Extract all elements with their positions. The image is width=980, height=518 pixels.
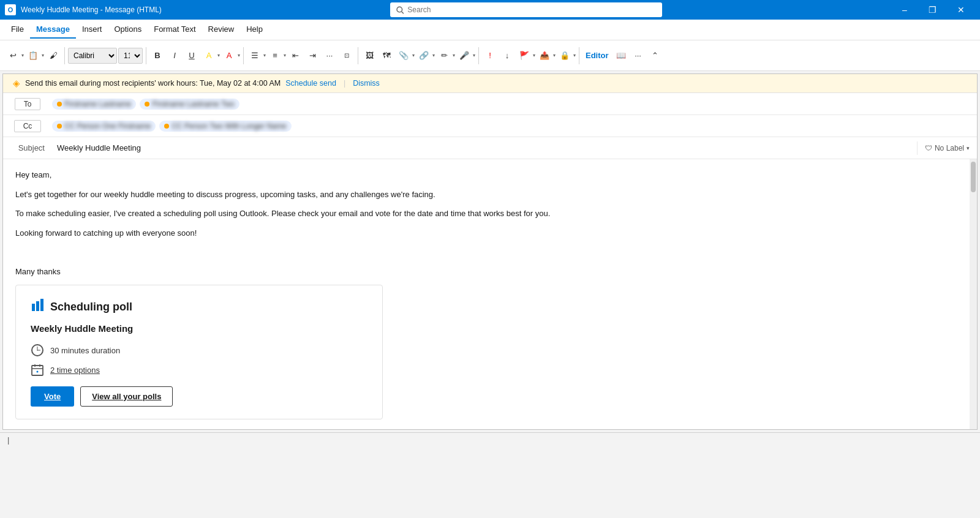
to-button-area: To: [3, 98, 52, 110]
bullets-button[interactable]: ☰: [247, 45, 263, 67]
menu-file[interactable]: File: [5, 21, 30, 39]
notification-bar: ◈ Send this email during most recipients…: [3, 74, 977, 93]
signature-group: ✏ ▾: [436, 45, 455, 67]
cc-recipients: CC Person One Firstname CC Person Two Wi…: [52, 121, 977, 132]
dismiss-link[interactable]: Dismiss: [353, 79, 380, 88]
numbering-caret[interactable]: ▾: [284, 53, 286, 58]
recipient-name-1: Firstname Lastname: [64, 100, 131, 108]
send-other-button[interactable]: 📤: [537, 45, 552, 67]
divider-1: [64, 47, 65, 64]
font-size-select[interactable]: 11: [118, 48, 143, 64]
flag-button[interactable]: 🚩: [516, 45, 532, 67]
recipient-name-2: Firstname Lastname Two: [152, 100, 235, 108]
menu-insert[interactable]: Insert: [76, 21, 108, 39]
cc-name-2: CC Person Two With Longer Name: [172, 122, 286, 130]
undo-caret[interactable]: ▾: [21, 53, 24, 58]
window-controls: – ❐ ✕: [891, 0, 975, 20]
notification-separator: |: [344, 79, 345, 88]
menu-format-text[interactable]: Format Text: [148, 21, 202, 39]
subject-label: Subject: [3, 143, 52, 152]
svg-rect-2: [32, 304, 35, 311]
to-field-row: To Firstname Lastname Firstname Lastname…: [3, 93, 977, 115]
highlight-caret[interactable]: ▾: [217, 53, 220, 58]
increase-indent-button[interactable]: ⇥: [304, 45, 320, 67]
link-caret[interactable]: ▾: [432, 53, 435, 58]
format-painter-button[interactable]: 🖌: [45, 45, 61, 67]
search-bar[interactable]: [390, 2, 662, 17]
scrollbar-thumb[interactable]: [971, 162, 976, 192]
signature-button[interactable]: ✏: [436, 45, 452, 67]
cc-dot-2: [164, 124, 169, 129]
priority-low-button[interactable]: ↓: [499, 45, 515, 67]
insert-map-button[interactable]: 🗺: [379, 45, 394, 67]
recipient-dot-2: [145, 102, 149, 107]
poll-time-options-text: 2 time options: [50, 366, 100, 375]
dictate-button[interactable]: 🎤: [456, 45, 472, 67]
subject-input[interactable]: [52, 141, 917, 155]
cc-button[interactable]: Cc: [14, 120, 42, 132]
menu-review[interactable]: Review: [202, 21, 241, 39]
immersive-reader-button[interactable]: 📖: [613, 45, 629, 67]
flag-group: 🚩 ▾: [516, 45, 535, 67]
more-options-button[interactable]: ···: [322, 45, 337, 67]
encrypt-caret[interactable]: ▾: [573, 53, 576, 58]
encrypt-button[interactable]: 🔒: [557, 45, 573, 67]
flag-caret[interactable]: ▾: [533, 53, 535, 58]
poll-buttons: Vote View all your polls: [31, 386, 368, 407]
editor-button[interactable]: Editor: [582, 45, 612, 67]
to-recipients: Firstname Lastname Firstname Lastname Tw…: [52, 99, 977, 110]
clock-icon-container: [31, 343, 44, 357]
view-all-polls-button[interactable]: View all your polls: [80, 386, 173, 407]
bold-button[interactable]: B: [149, 45, 165, 67]
menu-options[interactable]: Options: [108, 21, 148, 39]
decrease-indent-button[interactable]: ⇤: [287, 45, 303, 67]
scrollbar-track[interactable]: [970, 159, 977, 429]
body-line-1: Hey team,: [15, 169, 965, 181]
bullets-caret[interactable]: ▾: [263, 53, 266, 58]
status-bar: |: [0, 432, 980, 447]
italic-button[interactable]: I: [167, 45, 183, 67]
restore-button[interactable]: ❐: [919, 0, 947, 20]
clipboard-caret[interactable]: ▾: [42, 53, 44, 58]
close-button[interactable]: ✕: [947, 0, 975, 20]
cc-field-row: Cc CC Person One Firstname CC Person Two…: [3, 115, 977, 137]
resize-button[interactable]: ⊡: [339, 45, 355, 67]
to-button[interactable]: To: [15, 98, 41, 110]
body-line-4: Looking forward to catching up with ever…: [15, 227, 965, 239]
attach-caret[interactable]: ▾: [412, 53, 415, 58]
notification-text: Send this email during most recipients' …: [25, 79, 281, 88]
highlight-button[interactable]: A: [201, 45, 217, 67]
to-recipient-2[interactable]: Firstname Lastname Two: [140, 99, 239, 110]
send-other-caret[interactable]: ▾: [553, 53, 556, 58]
menu-help[interactable]: Help: [240, 21, 269, 39]
priority-high-button[interactable]: !: [482, 45, 498, 67]
schedule-send-link[interactable]: Schedule send: [285, 79, 336, 88]
attach-button[interactable]: 📎: [396, 45, 412, 67]
font-color-caret[interactable]: ▾: [238, 53, 240, 58]
menu-message[interactable]: Message: [30, 21, 76, 39]
more-ribbon-button[interactable]: ···: [630, 45, 646, 67]
minimize-button[interactable]: –: [891, 0, 919, 20]
undo-button[interactable]: ↩: [5, 45, 21, 67]
to-recipient-1[interactable]: Firstname Lastname: [52, 99, 136, 110]
search-input[interactable]: [407, 6, 656, 14]
numbering-button[interactable]: ≡: [267, 45, 283, 67]
cc-recipient-2[interactable]: CC Person Two With Longer Name: [159, 121, 291, 132]
insert-image-button[interactable]: 🖼: [361, 45, 377, 67]
cc-recipient-1[interactable]: CC Person One Firstname: [52, 121, 156, 132]
signature-caret[interactable]: ▾: [453, 53, 455, 58]
chevron-down-icon: ▾: [967, 145, 970, 151]
email-body[interactable]: Hey team, Let's get together for our wee…: [3, 159, 977, 429]
font-color-button[interactable]: A: [221, 45, 237, 67]
underline-button[interactable]: U: [184, 45, 200, 67]
cc-button-area: Cc: [3, 120, 52, 132]
dictate-caret[interactable]: ▾: [473, 53, 475, 58]
link-button[interactable]: 🔗: [416, 45, 432, 67]
vote-button[interactable]: Vote: [31, 386, 74, 407]
svg-rect-4: [40, 299, 43, 311]
font-name-select[interactable]: Calibri: [68, 48, 117, 64]
no-label-button[interactable]: 🛡 No Label ▾: [917, 141, 977, 155]
numbering-group: ≡ ▾: [267, 45, 286, 67]
clipboard-button[interactable]: 📋: [25, 45, 41, 67]
ribbon-collapse-button[interactable]: ⌃: [647, 45, 663, 67]
